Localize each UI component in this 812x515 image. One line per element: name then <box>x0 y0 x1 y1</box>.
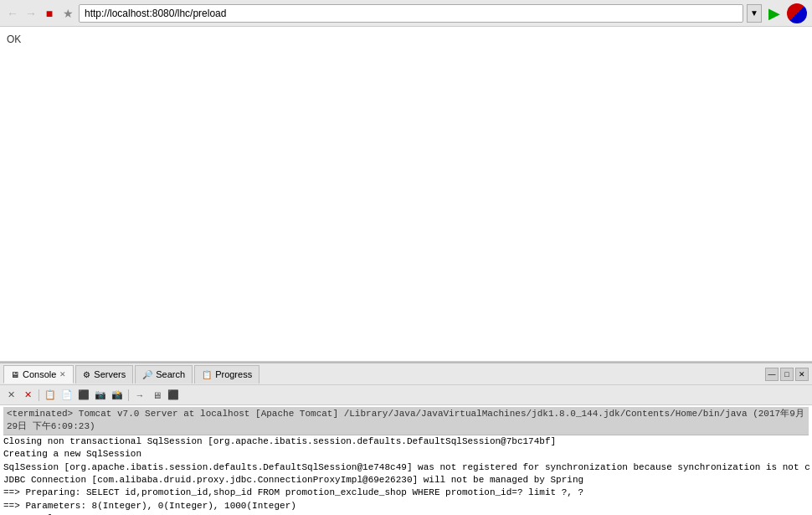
browser-logo <box>787 3 807 23</box>
go-button[interactable]: ▶ <box>765 4 784 23</box>
console-tab-badge: ✕ <box>59 370 66 379</box>
progress-tab-label: Progress <box>215 369 252 379</box>
console-tab-label: Console <box>23 369 56 379</box>
back-button[interactable]: ← <box>5 6 20 21</box>
stop-button[interactable]: ■ <box>42 6 57 21</box>
screenshot-button[interactable]: 📷 <box>93 388 108 403</box>
forward-button[interactable]: → <box>23 6 39 21</box>
console-line: JDBC Connection [com.alibaba.druid.proxy… <box>3 474 809 487</box>
terminated-line: <terminated> Tomcat v7.0 Server at local… <box>3 407 809 435</box>
toolbar-separator-1 <box>39 389 39 401</box>
servers-tab-icon: ⚙ <box>83 370 90 379</box>
console-line: Creating a new SqlSession <box>3 448 809 461</box>
console-toolbar: ✕ ✕ 📋 📄 ⬛ 📷 📸 → 🖥 ⬛ <box>0 385 812 405</box>
clear-console-button[interactable]: ✕ <box>3 388 18 403</box>
ide-tab-bar: 🖥 Console ✕ ⚙ Servers 🔎 Search 📋 Progres… <box>0 363 812 385</box>
console-output: <terminated> Tomcat v7.0 Server at local… <box>0 405 812 515</box>
bookmark-button[interactable]: ★ <box>60 6 75 21</box>
url-dropdown-button[interactable]: ▼ <box>747 4 762 23</box>
monitor-button[interactable]: 🖥 <box>149 388 164 403</box>
copy-button[interactable]: 📋 <box>43 388 58 403</box>
open-external-button[interactable]: → <box>132 388 147 403</box>
console-tab-icon: 🖥 <box>11 370 19 379</box>
settings-button[interactable]: ⬛ <box>166 388 181 403</box>
browser-content: OK <box>0 27 812 362</box>
tab-search[interactable]: 🔎 Search <box>135 365 193 384</box>
console-line: Closing non transactional SqlSession [or… <box>3 435 809 448</box>
scroll-lock-button[interactable]: ⬛ <box>76 388 91 403</box>
search-tab-icon: 🔎 <box>142 370 152 379</box>
panel-minimize-button[interactable]: — <box>765 368 779 381</box>
console-lines: Closing non transactional SqlSession [or… <box>3 435 809 515</box>
panel-maximize-button[interactable]: □ <box>780 368 794 381</box>
console-line: ==> Parameters: 8(Integer), 0(Integer), … <box>3 500 809 512</box>
console-line: ==> Preparing: SELECT id,promotion_id,sh… <box>3 487 809 499</box>
console-line: SqlSession [org.apache.ibatis.session.de… <box>3 461 809 474</box>
progress-tab-icon: 📋 <box>202 370 212 379</box>
ide-panel: 🖥 Console ✕ ⚙ Servers 🔎 Search 📋 Progres… <box>0 362 812 515</box>
browser-toolbar: ← → ■ ★ ▼ ▶ <box>0 0 812 27</box>
panel-window-controls: — □ ✕ <box>765 368 809 381</box>
toolbar-separator-2 <box>128 389 129 401</box>
tab-servers[interactable]: ⚙ Servers <box>75 365 133 384</box>
paste-button[interactable]: 📄 <box>59 388 75 403</box>
address-bar[interactable] <box>79 4 743 23</box>
tab-progress[interactable]: 📋 Progress <box>194 365 260 384</box>
search-tab-label: Search <box>156 369 185 379</box>
screenshot2-button[interactable]: 📸 <box>110 388 125 403</box>
panel-close-button[interactable]: ✕ <box>795 368 809 381</box>
servers-tab-label: Servers <box>94 369 126 379</box>
tab-console[interactable]: 🖥 Console ✕ <box>3 365 74 384</box>
terminate-button[interactable]: ✕ <box>20 388 35 403</box>
page-ok-text: OK <box>7 33 805 45</box>
